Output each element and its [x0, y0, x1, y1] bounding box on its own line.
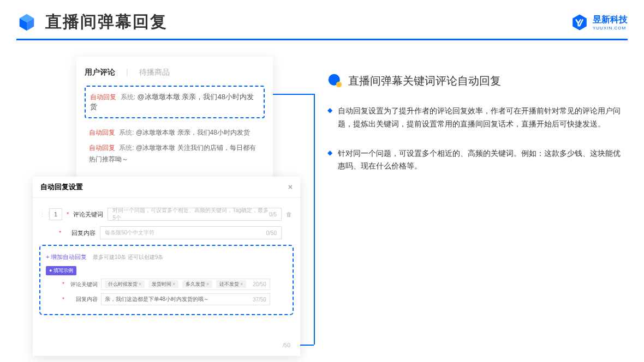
comment-item: 自动回复 系统: @冰墩墩本墩 关注我们的店铺，每日都有热门推荐呦～	[85, 140, 265, 167]
counter: 37/50	[253, 297, 266, 303]
tag-chip[interactable]: 什么时候发货×	[105, 280, 145, 288]
left-column: 用户评论 | 待播商品 自动回复 系统: @冰墩墩本墩 亲亲，我们48小时内发货…	[33, 57, 306, 191]
header-right: 昱新科技 YUUXIN.COM	[571, 14, 628, 31]
example-reply-row: * 回复内容 亲，我们这边都是下单48小时内发货的哦～ 37/50	[46, 293, 287, 305]
cube-icon	[16, 12, 37, 33]
tabs: 用户评论 | 待播商品	[85, 68, 265, 77]
drag-handle-icon[interactable]: ⋮⋮	[39, 211, 45, 218]
example-keyword-input[interactable]: 什么时候发货× 发货时间× 多久发货× 还不发货× 20/50	[101, 279, 270, 290]
bullet-text: 自动回复设置为了提升作者的评论回复效率，作者可在开播前针对常见的评论用户问题，提…	[338, 105, 622, 131]
comment-item: 自动回复 系统: @冰墩墩本墩 亲亲，我们48小时内发货	[85, 125, 265, 140]
auto-reply-tag: 自动回复	[90, 93, 116, 101]
add-row: + 增加自动回复 最多可建10条 还可以创建9条	[46, 251, 287, 264]
add-auto-reply-link[interactable]: + 增加自动回复	[46, 253, 87, 261]
content: 用户评论 | 待播商品 自动回复 系统: @冰墩墩本墩 亲亲，我们48小时内发货…	[0, 40, 644, 191]
diamond-icon: ◆	[327, 105, 332, 131]
index-box: 1	[49, 208, 62, 220]
bullet-item: ◆ 针对同一个问题，可设置多个相近的、高频的关键词。例如：这款多少钱、这块能优惠…	[327, 147, 628, 173]
page-title: 直播间弹幕回复	[45, 11, 168, 33]
bullet-text: 针对同一个问题，可设置多个相近的、高频的关键词。例如：这款多少钱、这块能优惠吗、…	[338, 147, 622, 173]
bullet-item: ◆ 自动回复设置为了提升作者的评论回复效率，作者可在开播前针对常见的评论用户问题…	[327, 105, 628, 131]
example-keyword-row: * 评论关键词 什么时候发货× 发货时间× 多久发货× 还不发货× 20/50	[46, 279, 287, 290]
add-hint: 最多可建10条 还可以创建9条	[93, 254, 163, 260]
required-star: *	[67, 211, 69, 218]
brand-logo-icon	[571, 14, 588, 31]
example-label: 回复内容	[68, 295, 98, 303]
close-icon[interactable]: ×	[288, 183, 293, 191]
settings-header: 自动回复设置 ×	[33, 177, 300, 198]
form-row-keyword: ⋮⋮ 1 * 评论关键词 对同一个问题，可设置多个相近、高频的关键词，Tag确定…	[39, 208, 294, 221]
brand-name: 昱新科技	[593, 15, 628, 24]
keyword-input[interactable]: 对同一个问题，可设置多个相近、高频的关键词，Tag确定，最多5个 0/5	[108, 208, 282, 221]
field-label-keyword: 评论关键词	[73, 210, 103, 219]
counter: 0/50	[266, 230, 277, 236]
comment-text: @冰墩墩本墩 亲亲，我们48小时内发货	[136, 129, 250, 136]
overflow-counter: /50	[283, 342, 290, 348]
example-box: + 增加自动回复 最多可建10条 还可以创建9条 ● 填写示例 * 评论关键词 …	[39, 245, 294, 315]
field-label-reply: 回复内容	[65, 229, 96, 237]
tab-pending-products[interactable]: 待播商品	[139, 68, 170, 77]
chat-bubble-icon	[327, 73, 343, 88]
settings-title: 自动回复设置	[40, 182, 83, 192]
section-header: 直播间弹幕关键词评论自动回复	[327, 73, 628, 88]
settings-body: ⋮⋮ 1 * 评论关键词 对同一个问题，可设置多个相近、高频的关键词，Tag确定…	[33, 198, 300, 356]
comments-panel: 用户评论 | 待播商品 自动回复 系统: @冰墩墩本墩 亲亲，我们48小时内发货…	[76, 57, 273, 191]
tag-chip[interactable]: 还不发货×	[216, 280, 246, 288]
required-star: *	[59, 230, 61, 236]
example-badge: ● 填写示例	[46, 266, 76, 275]
header-left: 直播间弹幕回复	[16, 11, 168, 33]
tab-separator: |	[126, 68, 128, 77]
tab-user-comments[interactable]: 用户评论	[85, 68, 115, 77]
section-title: 直播间弹幕关键词评论自动回复	[348, 74, 501, 88]
example-reply-input[interactable]: 亲，我们这边都是下单48小时内发货的哦～ 37/50	[101, 293, 270, 305]
reply-input[interactable]: 每条限50个中文字符 0/50	[100, 226, 282, 239]
system-tag: 系统:	[119, 129, 134, 136]
counter: 0/5	[269, 212, 277, 218]
highlighted-comment: 自动回复 系统: @冰墩墩本墩 亲亲，我们48小时内发货	[85, 86, 265, 118]
auto-reply-tag: 自动回复	[89, 129, 115, 136]
system-tag: 系统:	[119, 144, 134, 152]
brand-text-wrap: 昱新科技 YUUXIN.COM	[593, 14, 628, 31]
tag-list: 什么时候发货× 发货时间× 多久发货× 还不发货×	[105, 281, 248, 288]
auto-reply-tag: 自动回复	[89, 144, 115, 152]
brand-sub: YUUXIN.COM	[593, 26, 628, 31]
placeholder-text: 对同一个问题，可设置多个相近、高频的关键词，Tag确定，最多5个	[112, 207, 269, 222]
counter: 20/50	[253, 281, 266, 287]
tag-chip[interactable]: 多久发货×	[182, 280, 212, 288]
connector-line	[273, 94, 314, 95]
placeholder-text: 每条限50个中文字符	[105, 229, 154, 237]
trash-icon[interactable]: 🗑	[286, 211, 294, 218]
example-reply-text: 亲，我们这边都是下单48小时内发货的哦～	[105, 295, 209, 303]
form-row-reply: * 回复内容 每条限50个中文字符 0/50	[39, 226, 294, 239]
connector-line	[314, 94, 315, 345]
svg-point-1	[336, 82, 342, 88]
example-label: 评论关键词	[68, 281, 98, 288]
right-column: 直播间弹幕关键词评论自动回复 ◆ 自动回复设置为了提升作者的评论回复效率，作者可…	[327, 57, 628, 191]
tag-chip[interactable]: 发货时间×	[148, 280, 178, 288]
system-tag: 系统:	[121, 93, 135, 101]
page-header: 直播间弹幕回复 昱新科技 YUUXIN.COM	[0, 0, 644, 39]
required-star: *	[62, 281, 64, 287]
settings-panel: 自动回复设置 × ⋮⋮ 1 * 评论关键词 对同一个问题，可设置多个相近、高频的…	[33, 177, 300, 356]
diamond-icon: ◆	[327, 147, 332, 173]
required-star: *	[62, 297, 64, 303]
